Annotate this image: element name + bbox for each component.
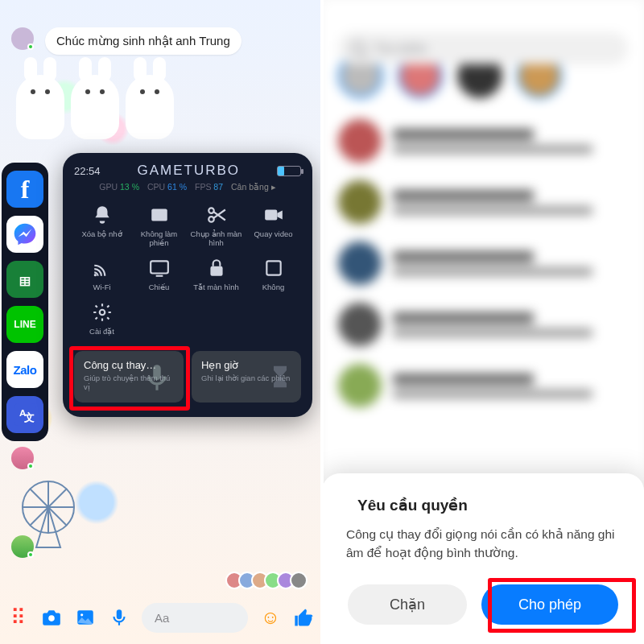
turbo-tool-none[interactable]: Không — [246, 254, 301, 295]
search-bar[interactable]: Tìm kiếm — [338, 32, 628, 64]
svg-rect-17 — [151, 208, 167, 221]
svg-point-30 — [80, 613, 83, 616]
turbo-tool-settings[interactable]: Cài đặt — [74, 299, 130, 340]
gear-icon — [90, 302, 114, 323]
svg-line-8 — [30, 489, 48, 507]
svg-rect-31 — [117, 609, 122, 619]
block-button[interactable]: Chặn — [348, 584, 467, 625]
turbo-tool-clear-memory[interactable]: Xóa bộ nhớ — [74, 201, 130, 251]
blank-icon — [262, 258, 286, 279]
voice-changer-card[interactable]: Công cụ thay… Giúp trò chuyện thêm thú v… — [74, 351, 184, 402]
apps-icon[interactable]: ⠿ — [6, 606, 29, 629]
permission-body: Công cụ thay đổi giọng nói cần có khả nă… — [343, 526, 623, 562]
message-input-bar: ⠿ Aa ☺ — [6, 599, 316, 636]
timer-card[interactable]: Hẹn giờ Ghi lại thời gian các phiên — [192, 351, 301, 402]
video-icon — [262, 204, 286, 225]
turbo-app-sidebar: f LINE Zalo A文 — [2, 163, 48, 441]
like-icon[interactable] — [293, 606, 316, 629]
gameturbo-panel: 22:54 GAMETURBO GPU 13 % CPU 61 % FPS 87… — [63, 153, 312, 417]
emoji-icon[interactable]: ☺ — [259, 606, 282, 629]
svg-rect-27 — [153, 365, 161, 380]
avatar — [11, 535, 34, 558]
permission-sheet: Yêu cầu quyền Công cụ thay đổi giọng nói… — [322, 473, 644, 644]
dnd-icon — [147, 204, 171, 225]
zalo-app-icon[interactable]: Zalo — [6, 351, 43, 388]
svg-rect-25 — [266, 261, 280, 275]
lock-icon — [204, 258, 229, 279]
bell-icon — [90, 204, 114, 225]
avatar — [11, 27, 34, 50]
facebook-app-icon[interactable]: f — [6, 171, 43, 208]
avatar — [11, 447, 34, 469]
svg-line-5 — [48, 489, 67, 507]
svg-rect-24 — [210, 266, 222, 276]
turbo-tool-screenshot[interactable]: Chụp ảnh màn hình — [188, 201, 244, 251]
turbo-tool-record[interactable]: Quay video — [246, 201, 301, 251]
svg-rect-20 — [265, 210, 277, 221]
turbo-time: 22:54 — [74, 165, 101, 177]
turbo-tool-wifi[interactable]: Wi-Fi — [74, 254, 130, 295]
right-screenshot: Tìm kiếm Yêu cầu quyền Công cụ thay đổi … — [322, 0, 644, 644]
panel-divider — [320, 0, 324, 644]
gallery-icon[interactable] — [74, 606, 97, 629]
camera-icon[interactable] — [40, 606, 63, 629]
cast-icon — [90, 258, 114, 279]
microphone-icon — [142, 362, 172, 393]
sticker-bunnies — [16, 75, 174, 139]
message-input[interactable]: Aa — [142, 603, 248, 633]
line-app-icon[interactable]: LINE — [6, 306, 43, 343]
turbo-tool-cast[interactable]: Chiếu — [131, 254, 187, 295]
allow-button[interactable]: Cho phép — [481, 584, 618, 625]
seen-by-avatars — [230, 572, 308, 589]
permission-title: Yêu cầu quyền — [343, 496, 623, 514]
search-icon — [351, 41, 365, 56]
sheets-app-icon[interactable] — [6, 261, 43, 298]
turbo-tool-dnd[interactable]: Không làm phiền — [131, 201, 187, 251]
turbo-stats: GPU 13 % CPU 61 % FPS 87 Cân bằng ▸ — [74, 182, 301, 192]
battery-icon — [277, 166, 301, 176]
svg-text:文: 文 — [23, 411, 35, 423]
translate-app-icon[interactable]: A文 — [6, 396, 43, 433]
turbo-tool-screenoff[interactable]: Tắt màn hình — [188, 254, 244, 295]
svg-point-28 — [48, 615, 55, 621]
incoming-message: Chúc mừng sinh nhật anh Trung — [45, 27, 242, 55]
scissors-icon — [204, 204, 229, 225]
messenger-app-icon[interactable] — [6, 216, 43, 253]
turbo-title: GAMETURBO — [137, 163, 240, 179]
screen-icon — [147, 258, 171, 279]
hourglass-icon — [267, 364, 293, 390]
left-screenshot: Chúc mừng sinh nhật anh Trung f LINE Zal… — [0, 0, 322, 644]
svg-point-26 — [99, 310, 105, 316]
mic-icon[interactable] — [108, 606, 130, 629]
svg-point-21 — [93, 274, 96, 276]
svg-rect-22 — [151, 261, 168, 273]
